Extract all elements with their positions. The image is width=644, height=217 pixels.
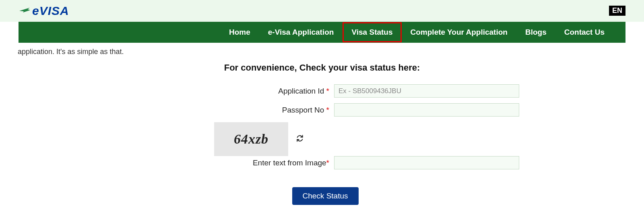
- captcha-image: 64xzb: [214, 122, 288, 156]
- logo-text: eVISA: [32, 4, 69, 18]
- visa-status-form: For convenience, Check your visa status …: [0, 56, 644, 217]
- required-mark: *: [326, 106, 329, 114]
- top-bar: eVISA EN: [0, 0, 644, 22]
- required-mark: *: [326, 159, 329, 167]
- form-heading: For convenience, Check your visa status …: [0, 63, 644, 73]
- nav-visa-status[interactable]: Visa Status: [343, 22, 401, 42]
- captcha-container: 64xzb: [214, 122, 399, 156]
- application-id-input[interactable]: [334, 84, 519, 98]
- nav-blogs[interactable]: Blogs: [516, 22, 555, 42]
- nav-contact[interactable]: Contact Us: [555, 22, 613, 42]
- passport-no-label: Passport No *: [125, 106, 334, 115]
- application-id-label: Application Id *: [125, 87, 334, 96]
- truncated-paragraph: application. It's as simple as that.: [0, 43, 644, 56]
- nav-home[interactable]: Home: [220, 22, 259, 42]
- navbar: Home e-Visa Application Visa Status Comp…: [19, 22, 625, 43]
- airplane-icon: [19, 4, 31, 17]
- captcha-input[interactable]: [334, 156, 519, 169]
- logo[interactable]: eVISA: [19, 4, 69, 18]
- nav-complete-application[interactable]: Complete Your Application: [402, 22, 516, 42]
- nav-evisa-application[interactable]: e-Visa Application: [259, 22, 343, 42]
- passport-no-input[interactable]: [334, 103, 519, 117]
- language-selector[interactable]: EN: [609, 6, 625, 16]
- check-status-button[interactable]: Check Status: [292, 187, 359, 205]
- captcha-input-label: Enter text from Image*: [125, 159, 334, 167]
- required-mark: *: [326, 87, 329, 95]
- refresh-icon[interactable]: [296, 135, 303, 144]
